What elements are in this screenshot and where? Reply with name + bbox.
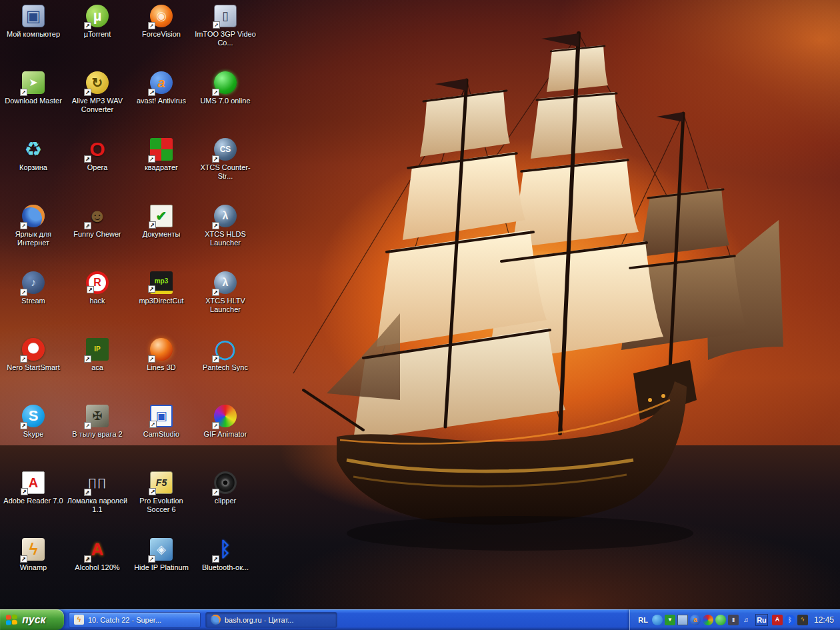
start-button[interactable]: пуск	[0, 609, 64, 630]
tray-rl-indicator[interactable]: RL	[638, 616, 648, 624]
shortcut-arrow-overlay	[149, 221, 156, 229]
desktop-icon-hide-ip-platinum[interactable]: ◈ Hide IP Platinum	[129, 535, 193, 601]
desktop-icon-recycle-bin[interactable]: ♻ Корзина	[1, 135, 65, 201]
desktop-icon-label: XTCS HLTV Launcher	[195, 297, 256, 314]
desktop-icon-alcohol-120[interactable]: A Alcohol 120%	[65, 535, 129, 601]
desktop-icon-kvadrateg[interactable]: квадратег	[129, 135, 193, 201]
desktop-icon-stream[interactable]: ♪ Stream	[1, 268, 65, 335]
shortcut-arrow-overlay	[212, 555, 219, 563]
desktop-icon-image: ◈	[150, 538, 173, 561]
desktop-icon-utorrent[interactable]: µ µTorrent	[65, 1, 129, 68]
desktop-icon-aca[interactable]: IP aca	[65, 335, 129, 401]
desktop-icon-label: В тылу врага 2	[72, 430, 122, 439]
desktop-icon-label: квадратег	[145, 163, 178, 172]
desktop-icon-image	[214, 71, 237, 94]
shortcut-arrow-overlay	[20, 89, 27, 96]
icon-glyph: ◉	[156, 10, 167, 22]
desktop-icon-label: avast! Antivirus	[137, 97, 186, 105]
desktop-icon-mp3directcut[interactable]: mp3 mp3DirectCut	[129, 268, 193, 335]
tray-icon-download[interactable]: ▼	[665, 615, 675, 625]
desktop-icon-v-tylu-vraga-2[interactable]: ✠ В тылу врага 2	[65, 401, 129, 468]
desktop-icon-skype[interactable]: S Skype	[1, 401, 65, 468]
tray-icon-bluetooth[interactable]: ᛒ	[785, 615, 795, 625]
desktop-icon-image: A	[22, 471, 45, 494]
tray-icon-glyph: ϟ	[801, 617, 805, 623]
desktop-icon-label: µTorrent	[84, 30, 111, 39]
desktop-icon-xtcs-hlds[interactable]: λ XTCS HLDS Launcher	[193, 201, 257, 268]
windows-logo-icon	[6, 614, 17, 625]
desktop-icon-camstudio[interactable]: ▣ CamStudio	[129, 401, 193, 468]
desktop-icon-gif-animator[interactable]: GIF Animator	[193, 401, 257, 468]
desktop-icon-imtoo-3gp[interactable]: ▯ ImTOO 3GP Video Co...	[193, 1, 257, 68]
tray-icon-volume[interactable]: ♫	[741, 615, 751, 625]
taskbar-task-firefox-bash-org-ru[interactable]: bash.org.ru - Цитат...	[205, 612, 337, 628]
tray-icon-glyph: ᛒ	[788, 617, 792, 623]
desktop-icon-image: ▣	[150, 405, 173, 427]
desktop-icon-lines-3d[interactable]: Lines 3D	[129, 335, 193, 401]
tray-icon-network[interactable]	[652, 615, 663, 625]
tray-icon-alcohol[interactable]: A	[772, 615, 783, 625]
desktop-icon-pes6[interactable]: F5 Pro Evolution Soccer 6	[129, 468, 193, 535]
desktop-icon-image	[22, 338, 45, 361]
desktop-icon-bluetooth[interactable]: ᛒ Bluetooth-ок...	[193, 535, 257, 601]
desktop-icon-funny-chewer[interactable]: ☻ Funny Chewer	[65, 201, 129, 268]
desktop-icon-image: F5	[150, 471, 173, 494]
desktop-icon-image: ᛒ	[214, 538, 237, 561]
shortcut-arrow-overlay	[213, 21, 220, 29]
desktop-icon-internet-shortcut[interactable]: Ярлык для Интернет	[1, 201, 65, 268]
tray-icon-display[interactable]	[677, 615, 688, 625]
desktop-icon-ums[interactable]: UMS 7.0 online	[193, 68, 257, 135]
desktop-icon-adobe-reader[interactable]: A Adobe Reader 7.0	[1, 468, 65, 535]
shortcut-arrow-overlay	[212, 89, 219, 96]
language-indicator[interactable]: Ru	[755, 614, 768, 626]
desktop-icon-image	[214, 471, 237, 494]
desktop-icon-xtcs-counter-strike[interactable]: CS XTCS Counter-Str...	[193, 135, 257, 201]
icon-glyph: ✠	[92, 410, 102, 422]
desktop-icon-nero-startsmart[interactable]: Nero StartSmart	[1, 335, 65, 401]
desktop-icon-avast[interactable]: a avast! Antivirus	[129, 68, 193, 135]
desktop-icon-pantech-sync[interactable]: ◯ Pantech Sync	[193, 335, 257, 401]
icon-glyph: ➤	[29, 77, 37, 88]
desktop-icon-label: Pro Evolution Soccer 6	[131, 497, 192, 514]
desktop-icon-winamp[interactable]: ϟ Winamp	[1, 535, 65, 601]
shortcut-arrow-overlay	[212, 222, 219, 229]
tray-icon-phone-sync[interactable]: ▮	[728, 615, 739, 625]
desktop-icon-image	[22, 205, 45, 227]
shortcut-arrow-overlay	[212, 355, 219, 363]
desktop-icon-opera[interactable]: O Opera	[65, 135, 129, 201]
task-icon-glyph: ϟ	[77, 616, 81, 623]
taskbar-task-winamp-catch22[interactable]: ϟ 10. Catch 22 - Super...	[69, 612, 201, 628]
desktop-icon-documents[interactable]: ✔ Документы	[129, 201, 193, 268]
tray-icon-color-star[interactable]	[703, 615, 713, 625]
desktop-icon-image: λ	[214, 205, 237, 227]
desktop-icon-lomalka-paroley[interactable]: ∏∏ Ломалка паролей 1.1	[65, 468, 129, 535]
desktop-icon-xtcs-hltv[interactable]: λ XTCS HLTV Launcher	[193, 268, 257, 335]
icon-glyph: ∏∏	[88, 477, 107, 488]
task-icon: ϟ	[74, 615, 84, 625]
desktop-icon-hack[interactable]: R hack	[65, 268, 129, 335]
shortcut-arrow-overlay	[21, 488, 28, 495]
desktop-icon-my-computer[interactable]: ▣ Мой компьютер	[1, 1, 65, 68]
desktop-icon-image	[150, 138, 173, 161]
shortcut-arrow-overlay	[148, 155, 155, 163]
desktop-icon-alive-converter[interactable]: ↻ Alive MP3 WAV Converter	[65, 68, 129, 135]
desktop-icon-label: Документы	[143, 230, 181, 239]
tray-icon-ums-online[interactable]	[715, 615, 726, 625]
tray-icon-antivirus[interactable]: a	[690, 615, 701, 625]
icon-glyph: mp3	[155, 278, 169, 285]
desktop-icon-image: ↻	[86, 71, 109, 94]
taskbar-clock[interactable]: 12:45	[814, 615, 834, 625]
icon-glyph: A	[91, 541, 104, 558]
tray-icon-winamp[interactable]: ϟ	[797, 615, 808, 625]
desktop-icon-label: Alive MP3 WAV Converter	[67, 97, 128, 114]
icon-glyph: ✔	[156, 209, 167, 223]
desktop-icon-label: Ярлык для Интернет	[3, 230, 64, 247]
desktop-icon-label: Корзина	[19, 163, 47, 172]
icon-glyph: λ	[223, 211, 229, 221]
desktop-icon-download-master[interactable]: ➤ Download Master	[1, 68, 65, 135]
shortcut-arrow-overlay	[212, 289, 219, 296]
icon-glyph: R	[93, 277, 101, 288]
desktop-icon-forcevision[interactable]: ◉ ForceVision	[129, 1, 193, 68]
desktop-icon-clipper[interactable]: clipper	[193, 468, 257, 535]
shortcut-arrow-overlay	[212, 489, 219, 496]
